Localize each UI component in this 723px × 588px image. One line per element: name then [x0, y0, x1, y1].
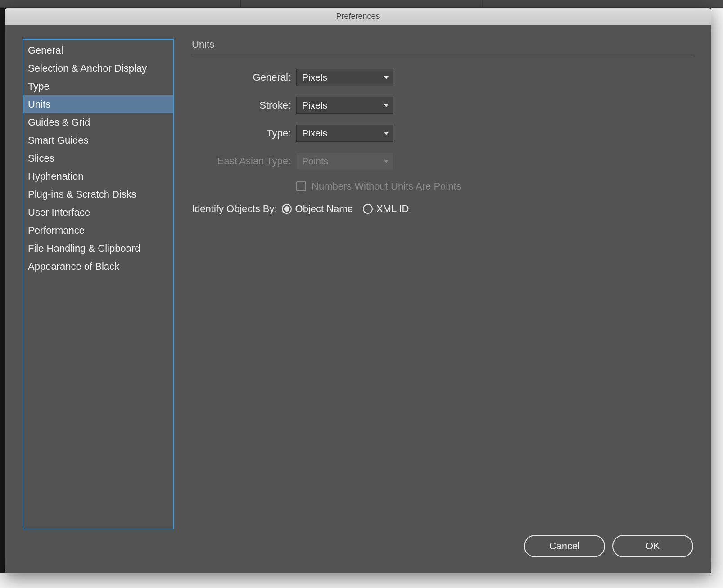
sidebar-item-user-interface[interactable]: User Interface	[23, 204, 173, 222]
canvas-peek-right	[711, 8, 723, 588]
select-value: Pixels	[302, 72, 327, 83]
radio-icon	[282, 204, 292, 214]
label-general: General:	[192, 72, 296, 83]
dialog-footer: Cancel OK	[23, 529, 693, 557]
background-tab	[241, 0, 482, 7]
background-tab	[483, 0, 723, 7]
sidebar-item-selection-anchor-display[interactable]: Selection & Anchor Display	[23, 59, 173, 77]
sidebar-item-slices[interactable]: Slices	[23, 149, 173, 167]
row-east-asian-type: East Asian Type: Points	[192, 153, 693, 170]
row-type-units: Type: Pixels	[192, 125, 693, 142]
radio-object-name[interactable]: Object Name	[282, 203, 353, 215]
sidebar-item-type[interactable]: Type	[23, 77, 173, 95]
button-label: Cancel	[549, 540, 580, 552]
select-value: Points	[302, 156, 328, 167]
sidebar-item-appearance-of-black[interactable]: Appearance of Black	[23, 258, 173, 276]
dialog-title: Preferences	[336, 12, 380, 21]
sidebar-item-guides-grid[interactable]: Guides & Grid	[23, 113, 173, 131]
chevron-down-icon	[384, 104, 389, 107]
sidebar-item-plug-ins-scratch-disks[interactable]: Plug-ins & Scratch Disks	[23, 185, 173, 204]
row-identify-objects: Identify Objects By: Object Name XML ID	[192, 203, 693, 215]
label-identify: Identify Objects By:	[192, 203, 277, 215]
cancel-button[interactable]: Cancel	[524, 535, 605, 557]
radio-label: Object Name	[295, 203, 353, 215]
canvas-peek-bottom	[0, 573, 723, 588]
select-value: Pixels	[302, 128, 327, 139]
select-value: Pixels	[302, 100, 327, 111]
background-tab	[0, 0, 240, 7]
select-east-asian-units: Points	[296, 153, 393, 170]
dialog-body: GeneralSelection & Anchor DisplayTypeUni…	[5, 25, 711, 573]
row-general-units: General: Pixels	[192, 69, 693, 86]
sidebar-item-file-handling-clipboard[interactable]: File Handling & Clipboard	[23, 240, 173, 258]
preferences-dialog: Preferences GeneralSelection & Anchor Di…	[5, 8, 711, 573]
chevron-down-icon	[384, 132, 389, 135]
button-label: OK	[646, 540, 660, 552]
ok-button[interactable]: OK	[612, 535, 693, 557]
chevron-down-icon	[384, 160, 389, 163]
sidebar-item-units[interactable]: Units	[23, 95, 173, 113]
label-type: Type:	[192, 127, 296, 139]
chevron-down-icon	[384, 76, 389, 79]
label-east-asian: East Asian Type:	[192, 155, 296, 167]
radio-group-identify: Object Name XML ID	[282, 203, 409, 215]
section-title: Units	[192, 39, 693, 55]
row-numbers-without-units: Numbers Without Units Are Points	[192, 181, 693, 192]
app-backdrop	[0, 0, 723, 8]
preferences-sidebar: GeneralSelection & Anchor DisplayTypeUni…	[23, 39, 174, 529]
radio-dot-icon	[284, 206, 289, 212]
sidebar-item-performance[interactable]: Performance	[23, 222, 173, 240]
sidebar-item-smart-guides[interactable]: Smart Guides	[23, 131, 173, 149]
preferences-content: Units General: Pixels Stroke: Pixels	[192, 39, 693, 529]
dialog-titlebar: Preferences	[5, 8, 711, 25]
row-stroke-units: Stroke: Pixels	[192, 97, 693, 114]
radio-icon	[363, 204, 373, 214]
select-stroke-units[interactable]: Pixels	[296, 97, 393, 114]
checkbox-label: Numbers Without Units Are Points	[312, 181, 461, 192]
radio-xml-id[interactable]: XML ID	[363, 203, 409, 215]
select-type-units[interactable]: Pixels	[296, 125, 393, 142]
radio-label: XML ID	[376, 203, 409, 215]
checkbox-numbers-without-units	[296, 181, 306, 191]
label-stroke: Stroke:	[192, 100, 296, 111]
sidebar-item-general[interactable]: General	[23, 41, 173, 59]
select-general-units[interactable]: Pixels	[296, 69, 393, 86]
sidebar-item-hyphenation[interactable]: Hyphenation	[23, 167, 173, 185]
